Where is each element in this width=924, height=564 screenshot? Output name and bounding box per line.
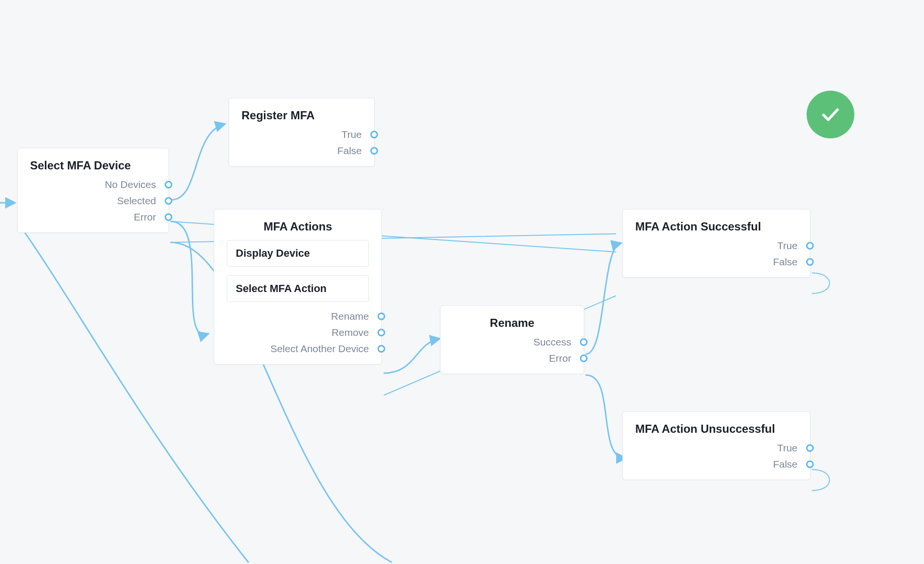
output-no-devices[interactable]: No Devices [30,179,156,190]
output-success[interactable]: Success [453,336,571,348]
port-icon[interactable] [806,444,814,452]
port-icon[interactable] [378,313,385,320]
node-title: Register MFA [242,109,362,122]
node-mfa-actions[interactable]: MFA Actions Display Device Select MFA Ac… [214,209,382,365]
node-mfa-action-unsuccessful[interactable]: MFA Action Unsuccessful True False [622,411,810,480]
node-title: MFA Action Successful [635,220,798,233]
node-register-mfa[interactable]: Register MFA True False [229,98,375,167]
node-title: Select MFA Device [30,159,156,172]
port-icon[interactable] [165,213,172,221]
node-title: Rename [453,316,571,330]
node-title: MFA Actions [227,220,369,233]
sub-select-mfa-action[interactable]: Select MFA Action [227,275,369,302]
node-rename[interactable]: Rename Success Error [440,305,584,374]
output-error[interactable]: Error [30,211,156,223]
output-selected[interactable]: Selected [30,195,156,207]
output-rename[interactable]: Rename [227,311,369,322]
success-badge [807,91,854,138]
node-title: MFA Action Unsuccessful [635,422,798,436]
port-icon[interactable] [378,345,385,353]
port-icon[interactable] [806,258,814,266]
output-select-another-device[interactable]: Select Another Device [227,343,369,355]
flow-canvas[interactable]: Select MFA Device No Devices Selected Er… [0,0,924,564]
output-true[interactable]: True [635,240,798,251]
port-icon[interactable] [165,197,172,205]
output-false[interactable]: False [242,145,362,157]
port-icon[interactable] [580,338,588,346]
output-error[interactable]: Error [453,353,571,364]
check-icon [820,104,841,125]
port-icon[interactable] [370,147,378,155]
port-icon[interactable] [165,181,172,188]
port-icon[interactable] [370,131,378,138]
port-icon[interactable] [806,460,814,468]
port-icon[interactable] [580,355,588,362]
output-true[interactable]: True [242,129,362,140]
port-icon[interactable] [378,329,385,336]
node-select-mfa-device[interactable]: Select MFA Device No Devices Selected Er… [17,148,169,233]
output-false[interactable]: False [635,459,798,470]
output-false[interactable]: False [635,256,798,268]
port-icon[interactable] [806,242,814,250]
output-true[interactable]: True [635,442,798,454]
sub-display-device[interactable]: Display Device [227,240,369,267]
output-remove[interactable]: Remove [227,327,369,338]
node-mfa-action-successful[interactable]: MFA Action Successful True False [622,209,810,278]
